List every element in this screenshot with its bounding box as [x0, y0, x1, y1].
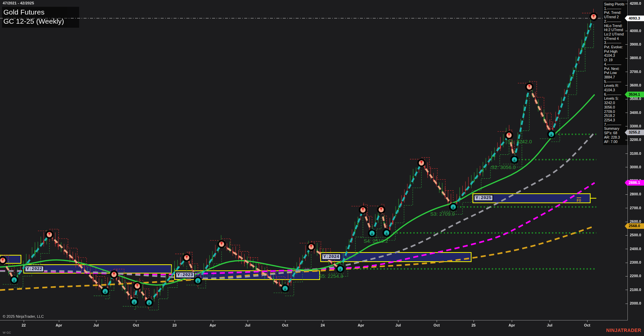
time-axis-line — [0, 320, 628, 320]
info-panel-line: Hi:2 UTrend — [604, 28, 628, 32]
info-panel-line: 2.------------ — [604, 19, 628, 24]
price-axis-tick — [625, 222, 628, 222]
time-axis-label: 25 — [468, 323, 479, 327]
price-marker-chip: 3534.1 — [625, 92, 644, 97]
info-panel-line: 7.------------ — [604, 122, 628, 127]
price-axis-tick — [625, 208, 628, 208]
price-axis-label: 3000.0 — [630, 165, 644, 169]
price-axis-label: 3300.0 — [630, 124, 644, 128]
instrument-name: Gold Futures — [3, 7, 64, 17]
time-axis-tick — [437, 320, 437, 322]
chart-plot-area[interactable] — [0, 0, 644, 336]
price-axis-label: 2700.0 — [630, 206, 644, 210]
info-panel-line: HiLo Trend: — [604, 24, 628, 28]
info-panel-line: 3.------------ — [604, 41, 628, 45]
price-axis-line — [627, 0, 628, 320]
price-axis-tick — [625, 85, 628, 86]
info-panel-line: UTrend 4 — [604, 37, 628, 41]
info-panel-line: Pvt. Next: — [604, 67, 628, 71]
support-level-label: S1: 3242.0 — [507, 139, 532, 144]
info-panel-line: 2254.3 — [604, 118, 628, 122]
price-marker-chip: 3255.2 — [625, 129, 644, 135]
info-panel-line: SP's: 68 — [604, 131, 628, 135]
price-axis-tick — [625, 167, 628, 167]
info-panel-line: Pvt Low — [604, 71, 628, 75]
price-marker-chip: 2886.1 — [625, 180, 644, 186]
price-axis-label: 3800.0 — [630, 56, 644, 60]
price-axis-label: 3700.0 — [630, 70, 644, 74]
time-axis-label: Jul — [242, 323, 253, 327]
price-axis-label: 2100.0 — [630, 288, 644, 292]
support-level-label: S5: 2254.3 — [319, 273, 343, 279]
price-axis-label: 2800.0 — [630, 192, 644, 196]
price-axis-label: 2600.0 — [630, 219, 644, 223]
ninjatrader-chart-window: 47/2021 - 42/2025 Gold Futures GC 12-25 … — [0, 0, 644, 336]
time-axis-tick — [587, 320, 588, 322]
time-axis-label: Oct — [130, 323, 142, 327]
time-axis-label: 22 — [18, 323, 29, 327]
price-axis-tick — [625, 99, 628, 99]
time-axis-tick — [59, 320, 59, 322]
info-panel-line: UTrend 2 — [604, 15, 628, 19]
time-axis-tick — [474, 320, 474, 322]
price-axis-tick — [625, 31, 628, 31]
time-axis-label: Oct — [279, 323, 291, 327]
info-panel-line: Levels S: — [604, 96, 628, 101]
price-axis-label: 2500.0 — [630, 233, 644, 237]
price-axis-tick — [625, 290, 628, 290]
fib-zero-label: F0 — [577, 197, 581, 202]
support-level-label: S4: 2518.2 — [364, 238, 388, 244]
support-level-label: S3: 2709.0 — [430, 211, 455, 217]
info-panel-line: 5.------------ — [604, 79, 628, 84]
price-axis-tick — [625, 58, 628, 58]
year-range-label: Y:2024 — [322, 254, 341, 260]
info-panel-line: 3884.7 — [604, 75, 628, 79]
info-panel-line: AR: 228.3 — [604, 135, 628, 140]
info-panel-line: Pvt. Evolve: — [604, 45, 628, 49]
contract-period: GC 12-25 (Weekly) — [3, 17, 64, 26]
time-axis-label: Jul — [90, 323, 102, 327]
price-axis-tick — [625, 140, 628, 140]
time-axis-label: Jul — [544, 323, 555, 327]
time-axis-tick — [248, 320, 248, 322]
time-axis-tick — [512, 320, 512, 322]
time-axis-label: 23 — [169, 323, 180, 327]
visible-date-range: 47/2021 - 42/2025 — [3, 1, 34, 5]
year-range-label: Y:2022 — [25, 266, 44, 272]
info-panel-line: 4104.3 — [604, 88, 628, 92]
info-panel-line: Pvt High — [604, 49, 628, 54]
time-axis-label: Oct — [581, 323, 593, 327]
info-panel-line: 3242.0 — [604, 101, 628, 105]
info-panel-line: Summary — [604, 126, 628, 131]
price-axis-label: 3400.0 — [630, 111, 644, 115]
info-panel-line: Levels R: — [604, 83, 628, 88]
price-axis-label: 3100.0 — [630, 151, 644, 155]
time-axis-tick — [136, 320, 136, 322]
info-panel-line: 1.------------ — [604, 6, 628, 11]
copyright-text: © 2025 NinjaTrader, LLC — [3, 314, 44, 318]
info-panel-line: Pvt. Trend: — [604, 10, 628, 15]
price-axis-label: 2400.0 — [630, 247, 644, 251]
time-axis-tick — [24, 320, 24, 322]
price-axis-label: 4200.0 — [630, 1, 644, 5]
info-panel-line: AF: 7.00 — [604, 140, 628, 144]
year-range-label: Y:2023 — [176, 272, 195, 278]
price-axis-label: 4000.0 — [630, 29, 644, 33]
time-axis-label: Apr — [207, 323, 218, 327]
info-panel-line: Swing Pivots — [604, 2, 628, 6]
price-axis-tick — [625, 194, 628, 195]
time-axis-label: Oct — [431, 323, 442, 327]
time-axis-tick — [550, 320, 550, 322]
info-panel-line: 4.------------ — [604, 62, 628, 67]
price-axis-tick — [625, 44, 628, 45]
time-axis-label: 24 — [317, 323, 328, 327]
price-axis-label: 3500.0 — [630, 97, 644, 101]
instrument-code: W GC — [3, 331, 11, 334]
info-panel-line: 2709.0 — [604, 110, 628, 114]
time-axis-label: Apr — [53, 323, 65, 327]
price-marker-chip: 2568.0 — [625, 223, 644, 229]
price-axis-tick — [625, 126, 628, 126]
time-axis-tick — [323, 320, 323, 322]
year-range-label: Y:2025 — [474, 195, 493, 201]
price-axis-tick — [625, 4, 628, 4]
